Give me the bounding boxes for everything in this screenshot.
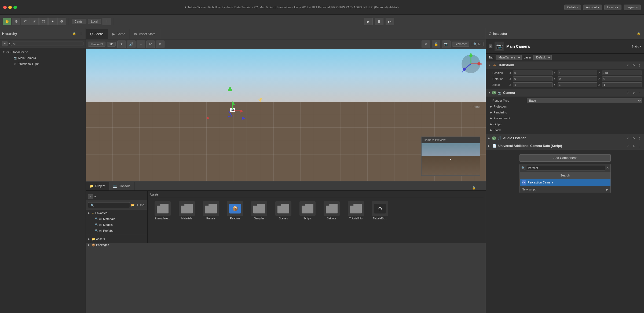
asset-scenes[interactable]: Scenes: [273, 201, 294, 220]
transform-tool[interactable]: ✦: [48, 18, 57, 25]
asset-presets[interactable]: Presets: [200, 201, 222, 220]
scale-x-input[interactable]: [513, 82, 553, 87]
camera-enabled-checkbox[interactable]: ✓: [492, 91, 496, 94]
scene-tab-options[interactable]: ⋮: [481, 36, 486, 39]
scene-move-btn[interactable]: ✕: [422, 40, 430, 48]
tab-project[interactable]: 📁 Project: [86, 182, 109, 190]
hierarchy-item-directionallight[interactable]: ☀ Directional Light: [0, 61, 86, 67]
transform-settings-icon[interactable]: ⚙: [631, 63, 636, 68]
hierarchy-item-tutorialscene[interactable]: ▼ ⬡ TutorialScene ⋮: [0, 49, 86, 55]
scene-hidden-btn[interactable]: ⊘0: [146, 40, 155, 48]
asset-settings[interactable]: Settings: [321, 201, 342, 220]
add-comp-close-icon[interactable]: ✕: [606, 166, 609, 170]
rendering-row[interactable]: ▶ Rendering: [486, 109, 644, 115]
rot-z-input[interactable]: [602, 76, 642, 81]
tree-item-assets[interactable]: ▶ 📁 Assets: [86, 236, 147, 242]
scene-effects-btn[interactable]: ✦: [137, 40, 145, 48]
environment-row[interactable]: ▶ Environment: [486, 115, 644, 121]
minimize-dot[interactable]: [8, 6, 12, 9]
shading-dropdown[interactable]: Shaded ▾: [88, 42, 105, 47]
tab-game[interactable]: ▶ Game: [108, 29, 130, 39]
scale-z-input[interactable]: [602, 82, 642, 87]
project-add-button[interactable]: +: [88, 194, 93, 199]
bottom-lock-icon[interactable]: 🔒: [471, 185, 477, 190]
pos-y-input[interactable]: [558, 71, 597, 75]
grid-button[interactable]: ⋮: [103, 18, 111, 25]
scene-lock-btn[interactable]: 🔒: [432, 40, 440, 48]
add-comp-item-perception[interactable]: C# Perception Camera: [520, 179, 610, 186]
asset-tutorialsc[interactable]: ⊙ TutorialSc...: [369, 201, 391, 220]
asset-samples[interactable]: Samples: [248, 201, 270, 220]
render-type-select[interactable]: Base: [527, 98, 642, 103]
rect-tool[interactable]: ▢: [39, 18, 48, 25]
asset-materials[interactable]: Materials: [176, 201, 197, 220]
inspector-lock-icon[interactable]: 🔒: [636, 31, 641, 36]
hierarchy-add-button[interactable]: +: [2, 41, 8, 46]
play-button[interactable]: ▶: [364, 18, 373, 25]
tree-item-packages[interactable]: ▶ 📦 Packages: [86, 242, 147, 248]
account-button[interactable]: Account ▾: [583, 5, 602, 10]
rotate-tool[interactable]: ↺: [21, 18, 30, 25]
univcam-menu-icon[interactable]: ⋮: [637, 143, 642, 148]
window-controls[interactable]: [3, 6, 17, 9]
local-mode-button[interactable]: Local: [88, 19, 101, 24]
pause-button[interactable]: ⏸: [375, 18, 383, 25]
rot-y-input[interactable]: [558, 76, 597, 81]
rot-x-input[interactable]: [513, 76, 553, 81]
layout-button[interactable]: Layout ▾: [624, 5, 641, 10]
scene-lighting-btn[interactable]: ☀: [117, 40, 126, 48]
tree-item-allmat[interactable]: 🔍 All Materials: [86, 216, 147, 222]
univcam-settings-icon[interactable]: ⚙: [631, 143, 636, 148]
scale-y-input[interactable]: [558, 82, 597, 87]
scene-cam-btn[interactable]: 📷: [442, 40, 451, 48]
tab-assetstore[interactable]: 🛍 Asset Store: [130, 29, 160, 39]
move-tool[interactable]: ⊕: [12, 18, 20, 25]
stack-row[interactable]: ▶ Stack: [486, 127, 644, 133]
pos-x-input[interactable]: [513, 71, 553, 75]
scene-audio-btn[interactable]: 🔊: [127, 40, 136, 48]
asset-scripts[interactable]: Scripts: [297, 201, 318, 220]
object-enabled-checkbox[interactable]: ✓: [489, 45, 492, 48]
component-universalcamdata-header[interactable]: ▶ 📄 Universal Additional Camera Data (Sc…: [486, 142, 644, 150]
transform-help-icon[interactable]: ?: [625, 63, 630, 68]
2d-button[interactable]: 2D: [107, 42, 116, 47]
static-dropdown-icon[interactable]: ▾: [640, 45, 641, 48]
scene-menu-icon[interactable]: ⋮: [80, 49, 86, 55]
tree-item-allmodels[interactable]: 🔍 All Models: [86, 222, 147, 228]
gizmos-dropdown[interactable]: Gizmos ▾: [452, 42, 469, 47]
camera-settings-icon[interactable]: ⚙: [631, 90, 636, 95]
asset-exampleas[interactable]: ExampleAs...: [152, 201, 173, 220]
add-comp-item-newscript[interactable]: New script ▶: [520, 186, 610, 193]
asset-tutorialinfo[interactable]: TutorialInfo: [345, 201, 367, 220]
project-folder-icon[interactable]: 📂: [131, 202, 135, 208]
pos-z-input[interactable]: [602, 71, 642, 75]
custom-tool[interactable]: ⚙: [57, 18, 66, 25]
tree-item-favorites[interactable]: ▶ ★ Favorites: [86, 210, 147, 216]
scale-tool[interactable]: ⤢: [30, 18, 39, 25]
transform-menu-icon[interactable]: ⋮: [637, 63, 642, 68]
projection-row[interactable]: ▶ Projection: [486, 104, 644, 109]
audio-help-icon[interactable]: ?: [625, 136, 630, 141]
collab-button[interactable]: Collab ▾: [564, 5, 581, 10]
univcam-help-icon[interactable]: ?: [625, 143, 630, 148]
layers-button[interactable]: Layers ▾: [604, 5, 621, 10]
hand-tool[interactable]: ✋: [3, 18, 11, 25]
add-comp-search-button[interactable]: Search: [520, 172, 610, 179]
project-star-icon[interactable]: ★: [136, 202, 139, 208]
project-search-input[interactable]: [88, 202, 130, 208]
audio-settings-icon[interactable]: ⚙: [631, 136, 636, 141]
scene-tag-filter[interactable]: 🔍 All: [471, 42, 484, 46]
close-dot[interactable]: [3, 6, 7, 9]
add-comp-search-input[interactable]: [526, 165, 605, 171]
component-camera-header[interactable]: ▼ ✓ 📷 Camera ? ⚙ ⋮: [486, 89, 644, 97]
scene-grid-btn[interactable]: ⊞: [156, 40, 164, 48]
layer-dropdown[interactable]: Default: [533, 55, 552, 60]
audio-menu-icon[interactable]: ⋮: [637, 136, 642, 141]
tag-dropdown[interactable]: MainCamera: [496, 55, 522, 60]
bottom-menu-icon[interactable]: ⋮: [478, 185, 484, 190]
maximize-dot[interactable]: [13, 6, 17, 9]
hierarchy-item-maincamera[interactable]: 📷 Main Camera: [0, 55, 86, 61]
component-audiolistener-header[interactable]: ▶ ✓ 🎵 Audio Listener ? ⚙ ⋮: [486, 134, 644, 142]
camera-help-icon[interactable]: ?: [625, 90, 630, 95]
hierarchy-menu-icon[interactable]: ⋮: [78, 31, 83, 36]
